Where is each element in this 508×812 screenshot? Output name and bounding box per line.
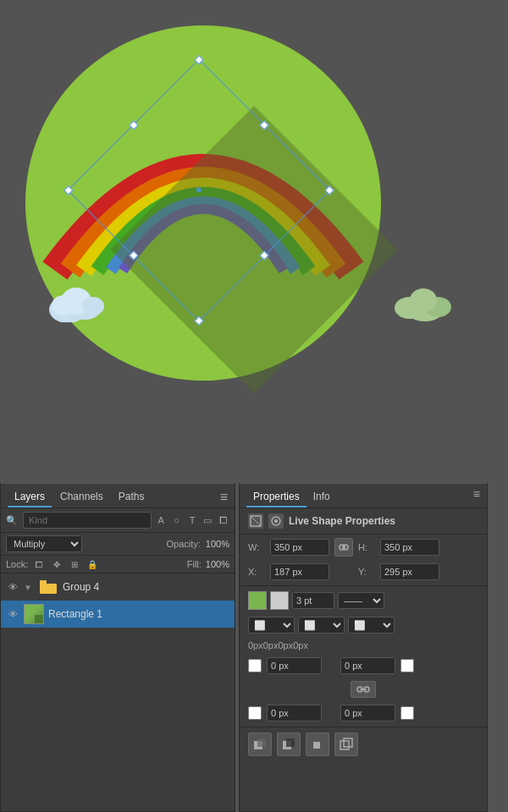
corner-row-2: [240, 701, 487, 725]
group-layer-item[interactable]: 👁 ▼ Group 4: [1, 573, 235, 601]
link-corners-button[interactable]: [351, 681, 376, 698]
corner-input-3[interactable]: [267, 705, 322, 721]
fill-value: 100%: [206, 559, 229, 569]
corner-checkbox-2[interactable]: [400, 659, 414, 672]
svg-rect-25: [313, 742, 320, 749]
live-shape-label: Live Shape Properties: [289, 515, 395, 527]
folder-icon: [38, 577, 58, 597]
link-corners-row: [240, 678, 487, 701]
rectangle-thumbnail: [24, 604, 44, 624]
w-label: W:: [248, 542, 265, 552]
w-input[interactable]: [270, 539, 329, 556]
opacity-value: 100%: [206, 539, 229, 549]
lock-label: Lock:: [6, 559, 28, 569]
properties-panel: Properties Info ≡ Live Shape Properties …: [239, 482, 488, 812]
x-label: X:: [248, 567, 265, 577]
lock-artboard-btn[interactable]: ⊞: [68, 557, 81, 571]
y-label: Y:: [358, 567, 375, 577]
layer-smart-filter[interactable]: ⧠: [218, 513, 229, 528]
prop-tabs: Properties Info ≡: [240, 484, 487, 508]
layers-panel: Layers Channels Paths ≡ 🔍 A ○ T ▭ ⧠ Mult…: [0, 482, 235, 812]
corner-checkbox-1[interactable]: [248, 659, 262, 672]
x-input[interactable]: [270, 563, 329, 580]
h-label: H:: [358, 542, 375, 552]
corner-input-4[interactable]: [340, 705, 395, 721]
layer-shape-filter[interactable]: ▭: [202, 513, 213, 528]
h-input[interactable]: [380, 539, 439, 556]
cloud-left: [47, 276, 114, 326]
path-op-subtract[interactable]: [277, 732, 301, 756]
svg-point-4: [82, 297, 104, 315]
lock-all-btn[interactable]: 🔒: [86, 557, 99, 571]
corner-input-1[interactable]: [267, 657, 322, 674]
svg-line-12: [251, 516, 261, 526]
tab-info[interactable]: Info: [306, 487, 337, 508]
layer-text-filter[interactable]: T: [186, 513, 198, 528]
svg-rect-24: [286, 738, 295, 747]
fill-label: Fill:: [187, 559, 202, 569]
shape-icon: [268, 513, 284, 529]
lock-fill-row: Lock: ⧠ ✥ ⊞ 🔒 Fill: 100%: [1, 556, 235, 573]
corner-input-2[interactable]: [340, 657, 395, 674]
svg-rect-27: [344, 738, 352, 747]
wh-row: W: H:: [240, 535, 487, 560]
stroke-size-input[interactable]: [292, 592, 334, 609]
stroke-color-swatch[interactable]: [270, 591, 289, 610]
tab-layers[interactable]: Layers: [8, 487, 52, 508]
path-op-intersect[interactable]: [306, 732, 329, 756]
svg-point-8: [410, 288, 437, 312]
svg-rect-10: [40, 580, 47, 585]
y-input[interactable]: [380, 563, 439, 580]
link-wh-button[interactable]: [334, 538, 353, 557]
panel-tabs: Layers Channels Paths ≡: [1, 484, 235, 508]
corners-label-row: 0px0px0px0px: [240, 637, 487, 654]
stroke-type-select[interactable]: —— - - - · · ·: [338, 592, 384, 609]
lock-pixels-btn[interactable]: ⧠: [32, 557, 46, 571]
path-op-exclude[interactable]: [334, 732, 358, 756]
rectangle-layer-name: Rectangle 1: [48, 608, 229, 620]
blend-opacity-row: Multiply Opacity: 100%: [1, 533, 235, 556]
group-layer-name: Group 4: [63, 581, 229, 593]
corners-value-label: 0px0px0px0px: [248, 640, 478, 650]
stroke-align-select[interactable]: ⬜: [348, 617, 395, 634]
layer-kind-filter[interactable]: A: [155, 513, 167, 528]
cloud-right: [391, 276, 459, 326]
opacity-label: Opacity:: [167, 539, 201, 549]
stroke-cap-select[interactable]: ⬜: [248, 617, 295, 634]
xy-row: X: Y:: [240, 560, 487, 584]
fill-color-swatch[interactable]: [248, 591, 267, 610]
eye-icon-group[interactable]: 👁: [6, 580, 19, 594]
svg-rect-26: [340, 741, 349, 749]
lock-position-btn[interactable]: ✥: [50, 557, 64, 571]
svg-point-3: [52, 295, 75, 315]
corner-checkbox-4[interactable]: [400, 706, 414, 720]
transform-icon: [248, 513, 263, 529]
path-ops-row: [240, 729, 487, 760]
rectangle-layer-item[interactable]: 👁 Rectangle 1: [1, 601, 235, 628]
layer-adjustment-filter[interactable]: ○: [170, 513, 182, 528]
stroke-join-select[interactable]: ⬜: [298, 617, 345, 634]
expand-arrow[interactable]: ▼: [24, 583, 32, 592]
tab-paths[interactable]: Paths: [112, 487, 152, 508]
svg-rect-22: [257, 738, 266, 747]
corner-row-1: [240, 654, 487, 678]
svg-point-14: [274, 519, 278, 523]
corner-checkbox-3[interactable]: [248, 706, 262, 720]
tab-channels[interactable]: Channels: [53, 487, 110, 508]
path-op-union[interactable]: [248, 732, 272, 756]
layers-menu-button[interactable]: ≡: [220, 487, 228, 508]
stroke-row: —— - - - · · ·: [240, 588, 487, 613]
blend-mode-select[interactable]: Multiply: [6, 535, 82, 552]
eye-icon-rect[interactable]: 👁: [6, 607, 19, 621]
live-shape-title-row: Live Shape Properties: [240, 508, 487, 535]
tab-properties[interactable]: Properties: [246, 487, 306, 508]
layers-search-input[interactable]: [23, 512, 152, 529]
stroke-align-row: ⬜ ⬜ ⬜: [240, 613, 487, 637]
layers-toolbar: 🔍 A ○ T ▭ ⧠: [1, 508, 235, 533]
canvas-area: ✦: [0, 0, 508, 482]
properties-menu-button[interactable]: ≡: [473, 487, 480, 508]
bottom-panels: Layers Channels Paths ≡ 🔍 A ○ T ▭ ⧠ Mult…: [0, 482, 508, 812]
